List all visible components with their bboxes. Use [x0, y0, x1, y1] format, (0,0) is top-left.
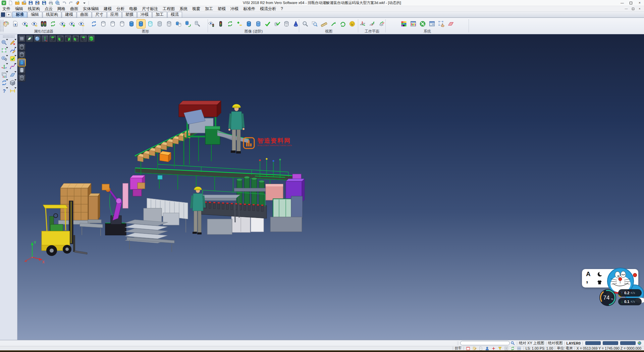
close-button[interactable]: × — [635, 0, 644, 6]
measure-icon[interactable] — [9, 87, 16, 95]
select-box-icon[interactable] — [0, 47, 8, 54]
cyl-hatched-icon[interactable] — [165, 19, 173, 28]
redo-icon[interactable] — [68, 0, 74, 6]
open-file-icon[interactable] — [14, 0, 20, 6]
import-file-icon[interactable] — [21, 0, 27, 6]
axis-view-icon[interactable] — [41, 35, 49, 42]
menu-item-19[interactable]: 模流分析 — [258, 6, 278, 12]
eye-add-icon[interactable] — [21, 19, 29, 28]
cyl-flat-icon[interactable] — [156, 19, 164, 28]
tab-10[interactable]: 加工 — [152, 12, 167, 17]
doc-info-icon[interactable] — [478, 346, 484, 351]
mdi-minimize-button[interactable]: — — [623, 6, 630, 11]
tab-7[interactable]: 应用 — [107, 12, 122, 17]
menu-item-15[interactable]: 加工 — [203, 6, 215, 12]
menu-item-20[interactable]: ? — [278, 6, 285, 12]
menu-item-11[interactable]: 尺寸标注 — [140, 6, 160, 12]
zoom-fit-icon[interactable] — [301, 19, 310, 28]
color-palette-icon[interactable] — [400, 19, 408, 28]
menu-item-1[interactable]: 文件 — [0, 6, 13, 12]
tab-11[interactable]: 模流 — [167, 12, 182, 17]
tab-2[interactable]: 编辑 — [28, 12, 42, 17]
usage-gauge[interactable]: 74 % — [598, 288, 617, 307]
save-all-icon[interactable] — [41, 0, 47, 6]
menu-item-12[interactable]: 工程图 — [160, 6, 177, 12]
snap-icon[interactable] — [491, 346, 496, 351]
absolute-view-status[interactable]: 绝对视图 — [548, 341, 563, 346]
save-as-icon[interactable] — [34, 0, 41, 6]
auto-refresh-icon[interactable] — [510, 346, 516, 351]
plane-view-icon[interactable] — [26, 35, 33, 42]
confirm-icon[interactable] — [9, 55, 16, 62]
menu-item-8[interactable]: 建模 — [101, 6, 114, 12]
maximize-button[interactable] — [627, 0, 635, 6]
cyl-wire3-icon[interactable] — [118, 19, 126, 28]
image-config-icon[interactable] — [409, 19, 418, 28]
cyl-hatch2-icon[interactable] — [282, 19, 291, 28]
minimize-button[interactable]: — — [618, 0, 627, 6]
cyl-tools-icon[interactable] — [193, 19, 202, 28]
more-icon[interactable] — [81, 0, 88, 6]
tab-3[interactable]: 线架构 — [43, 12, 61, 17]
cyl-outline2-icon[interactable] — [18, 51, 25, 58]
system-gear-icon[interactable] — [419, 19, 427, 28]
move-points-icon[interactable] — [437, 19, 446, 28]
command-search-input[interactable] — [460, 341, 510, 345]
layer-color-swatch-1[interactable] — [585, 341, 601, 345]
list-icon[interactable] — [504, 346, 509, 351]
tab-dropdown-button[interactable]: ▾ — [6, 12, 11, 17]
save-icon[interactable] — [28, 0, 34, 6]
viewport-3d[interactable]: Y X 智造资料网 INTELLIGENT MANUFACTURING DATA… — [17, 34, 644, 340]
traffic-filter-icon[interactable] — [40, 19, 48, 28]
view-menu-icon[interactable] — [18, 35, 25, 42]
menu-item-6[interactable]: 曲面 — [68, 6, 80, 12]
cyl-recycle-icon[interactable] — [184, 19, 192, 28]
menu-item-14[interactable]: 视窗 — [190, 6, 203, 12]
menu-item-13[interactable]: 系统 — [177, 6, 190, 12]
cube-top-icon[interactable] — [49, 35, 56, 42]
cyl-shaded-sel-icon[interactable] — [137, 19, 145, 28]
preview-icon[interactable] — [54, 0, 61, 6]
print-icon[interactable] — [48, 0, 54, 6]
menu-item-18[interactable]: 标准件 — [241, 6, 258, 12]
visi-logo[interactable]: V — [1, 0, 7, 6]
active-layer-status[interactable]: LAYER0 — [567, 341, 581, 345]
layer-palette-icon[interactable] — [0, 71, 8, 79]
grid-plane-red-icon[interactable] — [447, 19, 455, 28]
menu-item-7[interactable]: 实体编辑 — [80, 6, 101, 12]
window-flag-icon[interactable] — [466, 346, 471, 351]
cyl-light-icon[interactable] — [18, 67, 25, 74]
arrow-diag-icon[interactable] — [329, 19, 338, 28]
net-speed-up[interactable]: ↑ 0.2 K/s — [618, 289, 642, 297]
ruler-icon[interactable] — [320, 19, 328, 28]
tab-9[interactable]: 冲模 — [137, 12, 152, 17]
help-icon[interactable]: ? — [0, 87, 8, 95]
grid-split-icon[interactable] — [517, 346, 522, 351]
mdi-restore-button[interactable] — [630, 6, 636, 11]
sketch-edit-icon[interactable] — [9, 47, 16, 54]
net-speed-down[interactable]: ↓ 0.1 K/s — [618, 298, 642, 305]
traffic-light-icon[interactable] — [217, 19, 225, 28]
zoom-window-icon[interactable] — [311, 19, 319, 28]
scale-status[interactable]: LS: 1.00 PS: 1.00 — [526, 346, 553, 350]
status-drag-handle[interactable] — [457, 341, 459, 345]
refresh-filter-icon[interactable] — [49, 19, 57, 28]
menu-item-5[interactable]: 网格 — [55, 6, 68, 12]
cube-front-icon[interactable] — [57, 35, 64, 42]
rotate-view-icon[interactable] — [339, 19, 347, 28]
paint-attributes-icon[interactable] — [2, 19, 10, 28]
snap-lock-status[interactable]: 挂牢 — [455, 346, 462, 351]
undo-icon[interactable] — [61, 0, 67, 6]
zoom-select-icon[interactable] — [0, 39, 8, 46]
search-icon[interactable] — [510, 341, 515, 346]
solid-cube-icon[interactable] — [9, 79, 16, 87]
eye-remove-icon[interactable] — [30, 19, 39, 28]
mdi-close-button[interactable]: × — [636, 6, 643, 11]
workplane-move-icon[interactable] — [377, 19, 386, 28]
tab-1[interactable]: 标准 — [12, 12, 27, 17]
cyl-shaded-icon[interactable] — [127, 19, 136, 28]
edit-note-icon[interactable] — [472, 346, 477, 351]
window-config-icon[interactable] — [428, 19, 436, 28]
move-axis-icon[interactable] — [0, 63, 8, 71]
cube-right-icon[interactable] — [72, 35, 79, 42]
